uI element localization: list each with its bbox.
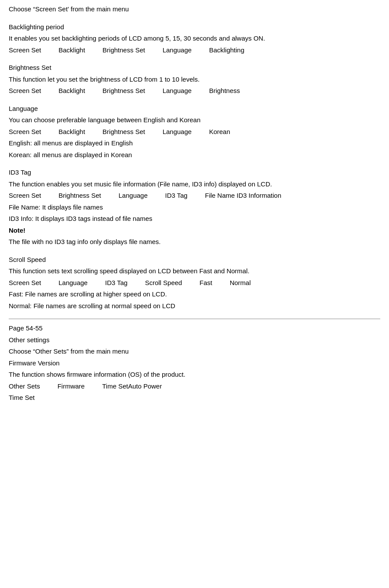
scroll-speed-label: Scroll Speed	[9, 255, 380, 265]
fm-time-set-auto-power: Time SetAuto Power	[102, 382, 162, 392]
backlighting-period-desc: It enables you set backlighting periods …	[9, 34, 380, 44]
scroll-fast: Fast: File names are scrolling at higher…	[9, 289, 380, 299]
language-korean: Korean: all menus are displayed in Korea…	[9, 150, 380, 160]
language-desc: You can choose preferable language betwe…	[9, 115, 380, 125]
lm-korean: Korean	[209, 127, 230, 137]
id3m-language: Language	[119, 191, 148, 201]
ssm-scroll-speed: Scroll Speed	[145, 278, 182, 288]
page-number: Page 54-55	[9, 323, 380, 334]
scroll-normal: Normal: File names are scrolling at norm…	[9, 301, 380, 311]
section-divider	[9, 319, 380, 319]
firmware-menu: Other Sets Firmware Time SetAuto Power	[9, 382, 380, 392]
id3-note-label: Note!	[9, 226, 380, 236]
other-settings-label: Other settings	[9, 335, 380, 345]
ssm-language: Language	[58, 278, 88, 288]
brightness-set-desc: This function let you set the brightness…	[9, 75, 380, 85]
ssm-fast: Fast	[199, 278, 212, 288]
id3-note-desc: The file with no ID3 tag info only displ…	[9, 237, 380, 247]
id3m-screen-set: Screen Set	[9, 191, 41, 201]
menu-item-language: Language	[163, 45, 192, 55]
id3-tag-menu: Screen Set Brightness Set Language ID3 T…	[9, 191, 380, 201]
bm-backlight: Backlight	[58, 86, 85, 96]
id3-tag-desc: The function enables you set music file …	[9, 179, 380, 189]
id3m-brightness-set: Brightness Set	[58, 191, 101, 201]
lm-backlight: Backlight	[58, 127, 85, 137]
language-label: Language	[9, 104, 380, 114]
fm-other-sets: Other Sets	[9, 382, 40, 392]
bm-screen-set: Screen Set	[9, 86, 41, 96]
id3-info: ID3 Info: It displays ID3 tags instead o…	[9, 214, 380, 224]
other-sets-intro: Choose “Other Sets” from the main menu	[9, 347, 380, 357]
ssm-screen-set: Screen Set	[9, 278, 41, 288]
firmware-label: Firmware Version	[9, 358, 380, 368]
scroll-speed-desc: This function sets text scrolling speed …	[9, 266, 380, 276]
intro-line: Choose “Screen Set’ from the main menu	[9, 4, 380, 14]
language-menu: Screen Set Backlight Brightness Set Lang…	[9, 127, 380, 137]
id3-tag-label: ID3 Tag	[9, 168, 380, 178]
menu-item-screen-set: Screen Set	[9, 45, 41, 55]
lm-screen-set: Screen Set	[9, 127, 41, 137]
bm-language: Language	[163, 86, 192, 96]
bm-brightness-set: Brightness Set	[102, 86, 145, 96]
id3m-id3-tag: ID3 Tag	[165, 191, 188, 201]
time-set-label: Time Set	[9, 393, 380, 403]
ssm-normal: Normal	[230, 278, 251, 288]
lm-brightness-set: Brightness Set	[102, 127, 145, 137]
backlighting-period-label: Backlighting period	[9, 22, 380, 32]
backlighting-menu: Screen Set Backlight Brightness Set Lang…	[9, 45, 380, 55]
id3-file-name: File Name: It displays file names	[9, 203, 380, 213]
brightness-set-label: Brightness Set	[9, 63, 380, 73]
ssm-id3-tag: ID3 Tag	[105, 278, 127, 288]
lm-language: Language	[163, 127, 192, 137]
menu-item-backlighting: Backlighting	[209, 45, 244, 55]
bm-brightness: Brightness	[209, 86, 240, 96]
fm-firmware: Firmware	[58, 382, 85, 392]
menu-item-brightness-set: Brightness Set	[102, 45, 145, 55]
scroll-speed-menu: Screen Set Language ID3 Tag Scroll Speed…	[9, 278, 380, 288]
menu-item-backlight: Backlight	[58, 45, 85, 55]
brightness-menu: Screen Set Backlight Brightness Set Lang…	[9, 86, 380, 96]
firmware-desc: The function shows firmware information …	[9, 370, 380, 380]
id3m-file-name: File Name ID3 Information	[205, 191, 281, 201]
language-english: English: all menus are displayed in Engl…	[9, 138, 380, 148]
